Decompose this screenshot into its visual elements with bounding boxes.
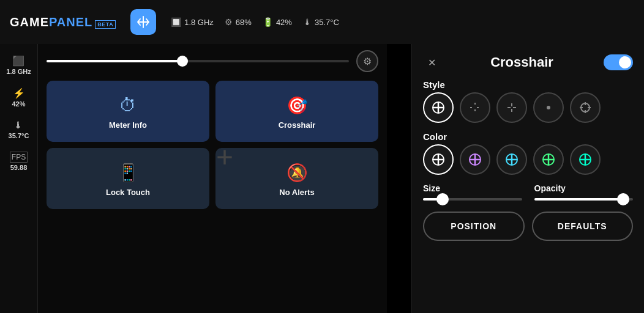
position-button[interactable]: POSITION bbox=[423, 212, 525, 241]
size-slider-group: Size bbox=[423, 183, 522, 201]
cpu-value: 1.8 GHz bbox=[184, 18, 214, 27]
sidebar: ⬛ 1.8 GHz ⚡ 42% 🌡 35.7°C FPS 59.88 bbox=[0, 44, 38, 313]
tiles-grid: ⏱ Meter Info 🎯 Crosshair 📱 Lock Touch 🔕 … bbox=[47, 81, 378, 209]
battery-stat: 🔋 42% bbox=[263, 17, 292, 27]
brightness-slider-row: ⚙ bbox=[47, 50, 378, 72]
tile-crosshair-label: Crosshair bbox=[279, 120, 316, 130]
style-option-dot[interactable] bbox=[533, 92, 564, 123]
sidebar-battery-stat: ⚡ 42% bbox=[12, 84, 25, 111]
style-options-row bbox=[423, 92, 633, 123]
size-label: Size bbox=[423, 183, 522, 193]
sidebar-battery-value: 42% bbox=[12, 100, 25, 108]
cpu-icon: 🔲 bbox=[171, 17, 181, 27]
sidebar-cpu-icon: ⬛ bbox=[12, 55, 24, 67]
style-label: Style bbox=[423, 79, 633, 90]
move-icon-button[interactable] bbox=[130, 9, 156, 35]
style-option-dashed[interactable] bbox=[460, 92, 490, 123]
gpu-value: 68% bbox=[236, 18, 252, 27]
add-icon: + bbox=[216, 141, 233, 173]
color-add-button[interactable] bbox=[423, 144, 454, 175]
tile-lock-touch[interactable]: 📱 Lock Touch bbox=[47, 148, 209, 209]
sidebar-cpu-value: 1.8 GHz bbox=[6, 68, 31, 75]
color-options-row bbox=[423, 144, 633, 175]
logo-game: GAME bbox=[10, 15, 49, 29]
temp-stat: 🌡 35.7°C bbox=[303, 17, 339, 27]
main-panel: ⚙ ⏱ Meter Info 🎯 Crosshair 📱 Lock Touch … bbox=[38, 44, 387, 313]
sidebar-fps-icon: FPS bbox=[10, 152, 28, 163]
tile-meter-info[interactable]: ⏱ Meter Info bbox=[47, 81, 209, 142]
lock-touch-icon: 📱 bbox=[118, 163, 139, 183]
size-opacity-row: Size Opacity bbox=[423, 183, 633, 201]
color-teal[interactable] bbox=[570, 144, 601, 175]
style-option-cross[interactable] bbox=[496, 92, 527, 123]
no-alerts-icon: 🔕 bbox=[286, 163, 308, 183]
brightness-slider-track[interactable] bbox=[47, 60, 349, 62]
crosshair-title: Crosshair bbox=[446, 54, 597, 70]
sidebar-fps-value: 59.88 bbox=[10, 164, 28, 171]
color-purple[interactable] bbox=[460, 144, 490, 175]
tile-meter-info-label: Meter Info bbox=[109, 120, 147, 130]
battery-icon: 🔋 bbox=[263, 17, 273, 27]
top-stats: 🔲 1.8 GHz ⚙ 68% 🔋 42% 🌡 35.7°C bbox=[171, 17, 339, 27]
gpu-icon: ⚙ bbox=[225, 17, 233, 27]
tile-no-alerts[interactable]: 🔕 No Alerts bbox=[215, 148, 378, 209]
temp-value: 35.7°C bbox=[315, 18, 339, 27]
sidebar-battery-icon: ⚡ bbox=[13, 87, 25, 99]
battery-value: 42% bbox=[276, 18, 292, 27]
size-slider[interactable] bbox=[423, 198, 522, 201]
color-section: Color bbox=[423, 131, 633, 175]
temp-icon: 🌡 bbox=[303, 17, 312, 27]
opacity-label: Opacity bbox=[534, 183, 634, 193]
svg-point-11 bbox=[547, 106, 550, 109]
crosshair-header: ✕ Crosshair bbox=[423, 54, 633, 71]
close-button[interactable]: ✕ bbox=[423, 54, 440, 71]
cpu-stat: 🔲 1.8 GHz bbox=[171, 17, 214, 27]
style-option-circle-cross[interactable] bbox=[570, 92, 601, 123]
tile-lock-touch-label: Lock Touch bbox=[106, 188, 150, 197]
style-option-plus[interactable] bbox=[423, 92, 454, 123]
tile-crosshair[interactable]: 🎯 Crosshair bbox=[215, 81, 378, 142]
sidebar-fps-stat: FPS 59.88 bbox=[10, 148, 28, 175]
logo-beta: BETA bbox=[95, 20, 116, 29]
sidebar-temp-value: 35.7°C bbox=[9, 132, 29, 139]
opacity-slider-group: Opacity bbox=[534, 183, 634, 201]
top-bar: GAME PANEL BETA 🔲 1.8 GHz ⚙ 68% 🔋 42% 🌡 … bbox=[0, 0, 644, 44]
crosshair-panel: ✕ Crosshair Style bbox=[411, 44, 644, 313]
opacity-slider[interactable] bbox=[534, 198, 634, 201]
defaults-button[interactable]: DEFAULTS bbox=[532, 212, 634, 241]
add-button[interactable]: + bbox=[216, 140, 233, 174]
sidebar-temp-icon: 🌡 bbox=[13, 120, 23, 131]
sidebar-temp-stat: 🌡 35.7°C bbox=[9, 116, 29, 143]
meter-info-icon: ⏱ bbox=[119, 95, 137, 116]
action-buttons-row: POSITION DEFAULTS bbox=[423, 212, 633, 241]
gpu-stat: ⚙ 68% bbox=[225, 17, 252, 27]
settings-button[interactable]: ⚙ bbox=[356, 50, 378, 72]
color-green[interactable] bbox=[533, 144, 564, 175]
crosshair-tile-icon: 🎯 bbox=[286, 95, 308, 116]
logo: GAME PANEL BETA bbox=[10, 15, 116, 29]
close-icon: ✕ bbox=[428, 57, 436, 68]
logo-panel: PANEL bbox=[49, 15, 92, 29]
tile-no-alerts-label: No Alerts bbox=[279, 188, 314, 197]
color-label: Color bbox=[423, 131, 633, 142]
crosshair-toggle[interactable] bbox=[604, 54, 633, 70]
sidebar-cpu-stat: ⬛ 1.8 GHz bbox=[6, 51, 31, 79]
color-cyan[interactable] bbox=[496, 144, 527, 175]
style-section: Style bbox=[423, 79, 633, 123]
